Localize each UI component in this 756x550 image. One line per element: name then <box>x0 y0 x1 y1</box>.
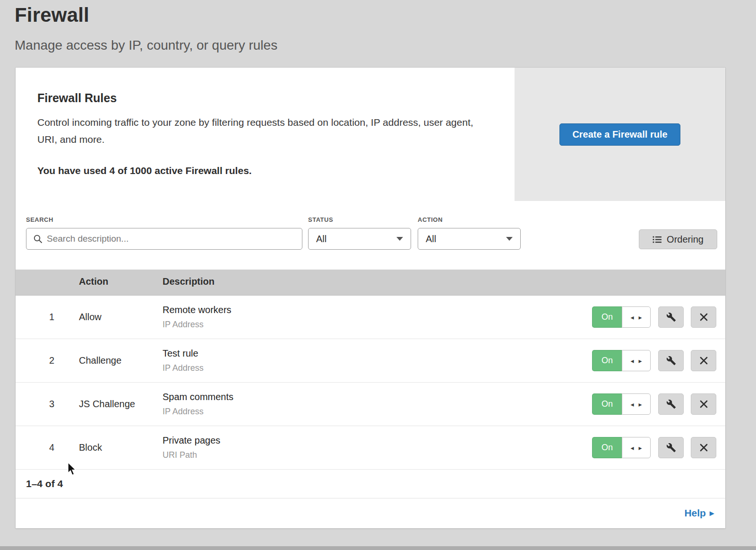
create-firewall-rule-button[interactable]: Create a Firewall rule <box>559 123 680 146</box>
wrench-icon <box>666 312 676 322</box>
chevron-down-icon <box>396 237 403 241</box>
rule-action: Block <box>79 442 102 453</box>
toggle-on-button[interactable]: On <box>592 306 622 328</box>
close-icon <box>700 444 708 452</box>
column-header-description: Description <box>163 276 215 287</box>
search-icon <box>33 234 43 244</box>
rule-priority: 2 <box>40 355 54 366</box>
delete-rule-button[interactable] <box>691 306 716 328</box>
table-header: Action Description <box>16 270 725 296</box>
delete-rule-button[interactable] <box>691 393 716 415</box>
toggle-on-button[interactable]: On <box>592 437 622 458</box>
ordering-button[interactable]: Ordering <box>639 229 717 249</box>
rule-description: Remote workers <box>163 305 232 315</box>
rule-priority: 1 <box>40 312 54 323</box>
toggle-drag-handle-icon[interactable]: ◂ ▸ <box>622 306 651 328</box>
chevron-down-icon <box>506 237 513 241</box>
column-header-action: Action <box>79 276 108 287</box>
footer-divider <box>16 498 725 498</box>
edit-rule-button[interactable] <box>658 306 684 328</box>
rule-priority: 3 <box>40 399 54 410</box>
help-link-label: Help <box>684 507 706 519</box>
toggle-on-button[interactable]: On <box>592 350 622 371</box>
action-select-value: All <box>426 234 436 244</box>
table-row: 2 Challenge Test rule IP Address On ◂ ▸ <box>16 339 725 383</box>
status-select-value: All <box>316 234 326 244</box>
card-title: Firewall Rules <box>37 91 117 105</box>
window-bottom-edge <box>0 546 756 550</box>
edit-rule-button[interactable] <box>658 393 684 415</box>
status-label: STATUS <box>308 216 333 223</box>
rules-table-body: 1 Allow Remote workers IP Address On ◂ ▸… <box>16 296 725 470</box>
rule-match-type: IP Address <box>163 320 204 330</box>
rule-description: Private pages <box>163 435 220 446</box>
rules-usage-text: You have used 4 of 1000 active Firewall … <box>37 165 252 176</box>
rule-toggle[interactable]: On ◂ ▸ <box>592 306 651 328</box>
toggle-drag-handle-icon[interactable]: ◂ ▸ <box>622 393 651 415</box>
firewall-rules-card: Create a Firewall rule Firewall Rules Co… <box>16 68 725 528</box>
pagination-text: 1–4 of 4 <box>26 478 63 489</box>
table-row: 3 JS Challenge Spam comments IP Address … <box>16 383 725 426</box>
rule-toggle[interactable]: On ◂ ▸ <box>592 437 651 458</box>
toggle-on-button[interactable]: On <box>592 393 622 415</box>
rule-match-type: URI Path <box>163 450 197 460</box>
edit-rule-button[interactable] <box>658 437 684 458</box>
help-link[interactable]: Help ▸ <box>684 507 714 519</box>
action-label: ACTION <box>418 216 443 223</box>
close-icon <box>700 313 708 321</box>
rule-description: Spam comments <box>163 392 233 402</box>
search-label: SEARCH <box>26 216 53 223</box>
action-select[interactable]: All <box>418 228 521 250</box>
rule-action: Allow <box>79 312 102 323</box>
wrench-icon <box>666 443 676 453</box>
wrench-icon <box>666 356 676 366</box>
toggle-drag-handle-icon[interactable]: ◂ ▸ <box>622 350 651 371</box>
rule-priority: 4 <box>40 442 54 453</box>
rule-toggle[interactable]: On ◂ ▸ <box>592 350 651 371</box>
rule-toggle[interactable]: On ◂ ▸ <box>592 393 651 415</box>
rule-action: JS Challenge <box>79 399 135 410</box>
page-title: Firewall <box>15 4 89 26</box>
status-select[interactable]: All <box>308 228 411 250</box>
rule-description: Test rule <box>163 348 198 359</box>
table-row: 1 Allow Remote workers IP Address On ◂ ▸ <box>16 296 725 339</box>
rule-action: Challenge <box>79 355 121 366</box>
help-arrow-icon: ▸ <box>710 508 714 518</box>
rule-match-type: IP Address <box>163 407 204 417</box>
page-subtitle: Manage access by IP, country, or query r… <box>15 38 277 53</box>
rule-match-type: IP Address <box>163 363 204 373</box>
close-icon <box>700 357 708 365</box>
delete-rule-button[interactable] <box>691 437 716 458</box>
search-box <box>26 228 302 250</box>
toggle-drag-handle-icon[interactable]: ◂ ▸ <box>622 437 651 458</box>
create-rule-panel: Create a Firewall rule <box>515 68 725 201</box>
edit-rule-button[interactable] <box>658 350 684 371</box>
table-row: 4 Block Private pages URI Path On ◂ ▸ <box>16 426 725 470</box>
delete-rule-button[interactable] <box>691 350 716 371</box>
wrench-icon <box>666 399 676 409</box>
close-icon <box>700 400 708 408</box>
search-input[interactable] <box>47 234 292 244</box>
ordering-button-label: Ordering <box>667 234 704 245</box>
ordering-list-icon <box>653 236 662 244</box>
card-description: Control incoming traffic to your zone by… <box>37 114 486 148</box>
